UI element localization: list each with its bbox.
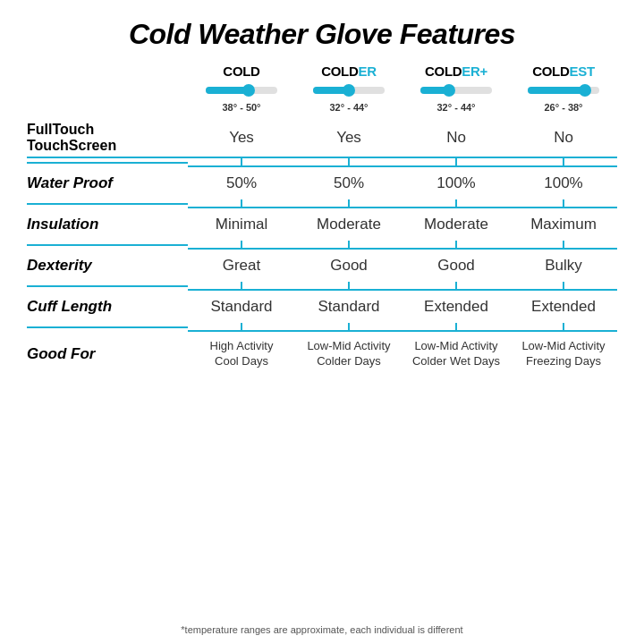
goodfor-label: Good For xyxy=(27,345,188,363)
dexterity-val-0: Great xyxy=(188,257,295,275)
col-colder-temp: 32° - 44° xyxy=(329,102,368,113)
cufflength-row: Cuff Length Standard Standard Extended E… xyxy=(27,291,617,323)
insulation-val-3: Maximum xyxy=(510,216,617,233)
cufflength-val-2: Extended xyxy=(402,298,510,316)
touchscreen-label: FullTouch TouchScreen xyxy=(27,122,188,153)
sep-after-dexterity xyxy=(27,282,617,291)
dexterity-row: Dexterity Great Good Good Bulky xyxy=(27,250,617,282)
sep-after-cuff xyxy=(27,323,617,332)
dexterity-val-1: Good xyxy=(295,257,402,275)
sep-after-insulation xyxy=(27,241,617,250)
sep-after-touch xyxy=(27,158,617,167)
waterproof-val-1: 50% xyxy=(295,174,402,192)
touchscreen-val-3: No xyxy=(510,129,617,147)
touchscreen-val-1: Yes xyxy=(295,129,402,147)
insulation-label: Insulation xyxy=(27,216,188,233)
col-colderplus-header: COLDER+ 32° - 44° xyxy=(402,64,510,113)
sep-after-waterproof xyxy=(27,199,617,208)
insulation-val-1: Moderate xyxy=(295,216,402,233)
header-row: COLD 38° - 50° COLDER 32° - 44° xyxy=(27,64,617,113)
dexterity-val-3: Bulky xyxy=(510,257,617,275)
goodfor-val-0: High ActivityCool Days xyxy=(188,339,295,369)
main-container: Cold Weather Glove Features COLD 38° - 5… xyxy=(0,0,644,644)
col-colderplus-thermo xyxy=(420,82,492,98)
waterproof-val-0: 50% xyxy=(188,174,295,192)
col-coldest-label: COLDEST xyxy=(532,64,595,79)
col-cold-thermo xyxy=(206,82,277,98)
goodfor-val-1: Low-Mid ActivityColder Days xyxy=(295,339,402,369)
cufflength-val-3: Extended xyxy=(510,298,617,316)
insulation-val-2: Moderate xyxy=(402,216,510,233)
cufflength-label: Cuff Length xyxy=(27,298,188,316)
waterproof-row: Water Proof 50% 50% 100% 100% xyxy=(27,167,617,199)
dexterity-label: Dexterity xyxy=(27,257,188,275)
touchscreen-val-2: No xyxy=(402,129,510,147)
insulation-val-0: Minimal xyxy=(188,216,295,233)
touchscreen-val-0: Yes xyxy=(188,129,295,147)
col-colderplus-label: COLDER+ xyxy=(425,64,487,79)
waterproof-val-2: 100% xyxy=(402,174,510,192)
col-coldest-thermo xyxy=(528,82,599,98)
col-coldest-header: COLDEST 26° - 38° xyxy=(510,64,617,113)
goodfor-row: Good For High ActivityCool Days Low-Mid … xyxy=(27,332,617,373)
insulation-row: Insulation Minimal Moderate Moderate Max… xyxy=(27,208,617,241)
cufflength-val-1: Standard xyxy=(295,298,402,316)
touchscreen-row: FullTouch TouchScreen Yes Yes No No xyxy=(27,118,617,158)
col-coldest-temp: 26° - 38° xyxy=(544,102,582,113)
waterproof-label: Water Proof xyxy=(27,174,188,192)
dexterity-val-2: Good xyxy=(402,257,510,275)
col-cold-temp: 38° - 50° xyxy=(222,102,260,113)
footnote: *temperature ranges are approximate, eac… xyxy=(27,619,617,635)
page-title: Cold Weather Glove Features xyxy=(27,18,617,51)
waterproof-val-3: 100% xyxy=(510,174,617,192)
col-colder-label: COLDER xyxy=(321,64,377,79)
col-cold-header: COLD 38° - 50° xyxy=(188,64,295,113)
col-colder-thermo xyxy=(313,82,385,98)
cufflength-val-0: Standard xyxy=(188,298,295,316)
goodfor-val-2: Low-Mid ActivityColder Wet Days xyxy=(402,339,510,369)
col-colderplus-temp: 32° - 44° xyxy=(436,102,475,113)
col-colder-header: COLDER 32° - 44° xyxy=(295,64,402,113)
goodfor-val-3: Low-Mid ActivityFreezing Days xyxy=(510,339,617,369)
col-cold-label: COLD xyxy=(223,64,259,79)
